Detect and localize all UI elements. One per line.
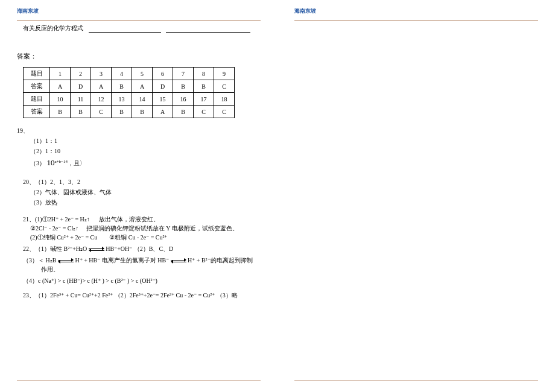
header-rule-left	[17, 20, 261, 21]
cell: B	[173, 80, 194, 93]
equation-prompt: 有关反应的化学方程式	[23, 24, 261, 33]
q19-sub2: （2）1：10	[30, 146, 261, 156]
cell: B	[132, 106, 153, 118]
table-row: 答案 B B C B B A B C C	[24, 106, 235, 118]
q22-line2: （3）＜ H₂B H⁺ + HB⁻ 电离产生的氢离子对 HB⁻ H⁺ + B²⁻…	[23, 256, 261, 265]
q20-line2: （2）气体、固体或液体、气体	[30, 187, 261, 197]
text: （1）1：1	[30, 138, 57, 144]
q23-line: 23、（1）2Fe³⁺ + Cu= Cu²⁺+2 Fe²⁺ （2）2Fe³⁺+2…	[23, 290, 261, 300]
cell: B	[50, 106, 71, 118]
part-b: 放出气体，溶液变红。	[99, 216, 159, 223]
prompt-text: 有关反应的化学方程式	[23, 25, 83, 31]
cell: D	[71, 80, 91, 93]
cell: 15	[153, 93, 173, 106]
cell: B	[112, 80, 132, 93]
text: （2）1：10	[30, 148, 60, 154]
part-a: (2)①纯铜 Cu²⁺ + 2e⁻ = Cu	[30, 234, 97, 241]
cell: 6	[153, 68, 173, 80]
cell: 14	[132, 93, 153, 106]
question-23: 23、（1）2Fe³⁺ + Cu= Cu²⁺+2 Fe²⁺ （2）2Fe³⁺+2…	[17, 290, 261, 300]
row-label: 答案	[24, 80, 50, 93]
cell: 4	[112, 68, 132, 80]
cell: C	[214, 80, 235, 93]
left-column: 海南东坡 有关反应的化学方程式 答案： 题目 1 2 3 4 5 6 7 8 9…	[0, 0, 278, 392]
cell: C	[91, 106, 112, 118]
part-b: 把湿润的碘化钾淀粉试纸放在 Y 电极附近，试纸变蓝色。	[86, 225, 238, 232]
header-rule-right	[294, 20, 538, 21]
q20-line1: 20、（1）2、1、3、2	[23, 177, 261, 187]
part-c: H⁺ + B²⁻的电离起到抑制	[188, 257, 253, 264]
row-label: 题目	[24, 68, 50, 80]
prefix: （3）	[30, 160, 45, 166]
row-label: 题目	[24, 93, 50, 106]
q19-number: 19、	[17, 125, 261, 136]
part-a: （3）＜ H₂B	[23, 257, 56, 264]
footer-rule-left	[17, 381, 261, 381]
exponent: a+b−14	[55, 159, 68, 164]
part-a: ②2Cl⁻ - 2e⁻ = Cl₂↑	[30, 225, 78, 232]
right-column: 海南东坡	[278, 0, 555, 392]
row-label: 答案	[24, 106, 50, 118]
cell: B	[71, 106, 91, 118]
table-row: 题目 10 11 12 13 14 15 16 17 18	[24, 93, 235, 106]
header-right: 海南东坡	[294, 7, 538, 16]
cell: C	[194, 106, 214, 118]
cell: A	[91, 80, 112, 93]
blank-1	[89, 27, 161, 33]
part-a: 22、（1）碱性 B²⁻+H₂O	[23, 245, 87, 252]
header-left: 海南东坡	[17, 7, 261, 16]
equilibrium-arrow-icon	[58, 259, 74, 264]
answer-key-table: 题目 1 2 3 4 5 6 7 8 9 答案 A D A B A D B B	[23, 67, 235, 118]
suffix: ，且〉	[68, 160, 86, 166]
footer-rule-right	[294, 381, 538, 381]
table-row: 答案 A D A B A D B B C	[24, 80, 235, 93]
cell: B	[173, 106, 194, 118]
q21-line1: 21、(1)①2H⁺ + 2e⁻ = H₂↑ 放出气体，溶液变红。	[23, 215, 261, 224]
cell: A	[153, 106, 173, 118]
q19-sub3: （3） 10a+b−14，且〉	[30, 156, 261, 169]
cell: 5	[132, 68, 153, 80]
answers-heading: 答案：	[17, 52, 261, 61]
q22-line3: （4）c (Na⁺) > c (HB⁻)> c (H⁺ ) > c (B²⁻ )…	[23, 276, 261, 285]
cell: 17	[194, 93, 214, 106]
part-b: H⁺ + HB⁻ 电离产生的氢离子对 HB⁻	[75, 257, 169, 264]
cell: 18	[214, 93, 235, 106]
cell: 12	[91, 93, 112, 106]
cell: 3	[91, 68, 112, 80]
table-row: 题目 1 2 3 4 5 6 7 8 9	[24, 68, 235, 80]
cell: B	[194, 80, 214, 93]
cell: 9	[214, 68, 235, 80]
cell: C	[214, 106, 235, 118]
cell: 7	[173, 68, 194, 80]
base: 10	[47, 158, 55, 167]
blank-2	[166, 27, 250, 33]
q22-line2d: 作用。	[41, 265, 261, 274]
q19-sub1: （1）1：1	[30, 136, 261, 146]
cell: 16	[173, 93, 194, 106]
cell: 8	[194, 68, 214, 80]
question-20: 20、（1）2、1、3、2 （2）气体、固体或液体、气体 （3）放热	[17, 177, 261, 207]
question-19: 19、 （1）1：1 （2）1：10 （3） 10a+b−14，且〉	[17, 125, 261, 169]
q22-line1: 22、（1）碱性 B²⁻+H₂O HB⁻+OH⁻ （2）B、C、D	[23, 244, 261, 253]
cell: 2	[71, 68, 91, 80]
cell: 11	[71, 93, 91, 106]
q20-line3: （3）放热	[30, 197, 261, 207]
cell: 10	[50, 93, 71, 106]
question-21: 21、(1)①2H⁺ + 2e⁻ = H₂↑ 放出气体，溶液变红。 ②2Cl⁻ …	[17, 215, 261, 242]
cell: B	[112, 106, 132, 118]
part-b: ②粗铜 Cu - 2e⁻ = Cu²⁺	[109, 234, 167, 241]
cell: D	[153, 80, 173, 93]
cell: A	[50, 80, 71, 93]
cell: 13	[112, 93, 132, 106]
equilibrium-arrow-icon	[89, 247, 104, 252]
cell: A	[132, 80, 153, 93]
two-column-layout: 海南东坡 有关反应的化学方程式 答案： 题目 1 2 3 4 5 6 7 8 9…	[0, 0, 555, 392]
part-a: 21、(1)①2H⁺ + 2e⁻ = H₂↑	[23, 216, 90, 223]
cell: 1	[50, 68, 71, 80]
equilibrium-arrow-icon	[171, 259, 186, 264]
q21-line2: ②2Cl⁻ - 2e⁻ = Cl₂↑ 把湿润的碘化钾淀粉试纸放在 Y 电极附近，…	[30, 224, 261, 233]
question-22: 22、（1）碱性 B²⁻+H₂O HB⁻+OH⁻ （2）B、C、D （3）＜ H…	[17, 244, 261, 285]
part-b: HB⁻+OH⁻ （2）B、C、D	[106, 245, 173, 252]
q21-line3: (2)①纯铜 Cu²⁺ + 2e⁻ = Cu ②粗铜 Cu - 2e⁻ = Cu…	[30, 233, 261, 242]
